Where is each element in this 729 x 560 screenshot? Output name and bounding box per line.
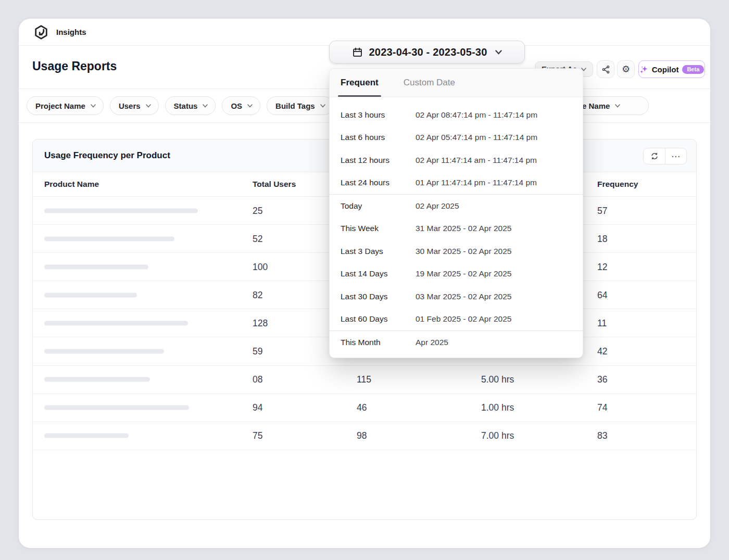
total-users-value: 100 xyxy=(253,261,268,272)
chevron-down-icon xyxy=(203,104,208,108)
total-users-value: 59 xyxy=(253,346,262,357)
frequency-value: 11 xyxy=(597,317,607,328)
filter-chip-os[interactable]: OS xyxy=(222,96,260,115)
product-name-skeleton xyxy=(44,434,129,438)
frequency-value: 83 xyxy=(597,430,607,441)
preset-label: Last 12 hours xyxy=(330,156,416,165)
filter-chip-status[interactable]: Status xyxy=(165,96,216,115)
refresh-button[interactable] xyxy=(644,148,665,164)
tab-custom-date[interactable]: Custom Date xyxy=(404,69,455,97)
column-frequency: Frequency xyxy=(597,180,638,189)
table-row: 08 115 5.00 hrs 36 xyxy=(33,366,696,394)
share-button[interactable] xyxy=(597,60,614,78)
gear-icon: ⚙ xyxy=(622,65,630,74)
preset-this-week[interactable]: This Week 31 Mar 2025 - 02 Apr 2025 xyxy=(330,218,583,240)
card-actions: ⋯ xyxy=(643,148,687,164)
total-users-value: 82 xyxy=(253,289,262,300)
column-product-name: Product Name xyxy=(44,180,99,189)
preset-label: Last 3 hours xyxy=(330,110,416,120)
preset-today[interactable]: Today 02 Apr 2025 xyxy=(330,195,583,218)
refresh-icon xyxy=(650,152,659,160)
filter-chip-label: OS xyxy=(231,101,242,110)
date-range-popover: Frequent Custom Date Last 3 hours 02 Apr… xyxy=(329,68,583,358)
tab-frequent[interactable]: Frequent xyxy=(341,69,379,97)
product-name-skeleton xyxy=(44,321,188,325)
table-row: 94 46 1.00 hrs 74 xyxy=(33,394,696,422)
preset-label: This Week xyxy=(330,224,416,233)
filter-chip-build-tags[interactable]: Build Tags xyxy=(267,96,333,115)
total-users-value: 128 xyxy=(253,317,268,328)
col3-value: 115 xyxy=(357,374,371,385)
col4-value: 7.00 hrs xyxy=(481,430,514,441)
beta-badge: Beta xyxy=(682,65,704,74)
popover-body: Last 3 hours 02 Apr 08:47:14 pm - 11:47:… xyxy=(330,97,583,354)
app-logo-icon xyxy=(33,24,49,40)
preset-label: Last 6 hours xyxy=(330,133,416,142)
total-users-value: 08 xyxy=(253,374,262,385)
copilot-label: Copilot xyxy=(652,65,679,74)
product-name-skeleton xyxy=(44,405,189,410)
frequency-value: 42 xyxy=(597,346,607,357)
col3-value: 46 xyxy=(357,402,367,413)
product-name-skeleton xyxy=(44,349,164,354)
preset-value: 19 Mar 2025 - 02 Apr 2025 xyxy=(416,269,511,278)
chevron-down-icon xyxy=(615,104,620,108)
filter-chip-label: Project Name xyxy=(35,101,85,110)
preset-value: 02 Apr 08:47:14 pm - 11:47:14 pm xyxy=(416,110,537,120)
column-total-users: Total Users xyxy=(253,180,296,189)
chevron-down-icon xyxy=(91,104,96,108)
preset-value: 02 Apr 11:47:14 am - 11:47:14 pm xyxy=(416,156,537,165)
preset-value: 02 Apr 2025 xyxy=(416,201,459,211)
card-title: Usage Frequency per Product xyxy=(44,150,170,161)
caret-down-icon xyxy=(495,50,502,55)
ellipsis-icon: ⋯ xyxy=(671,151,681,161)
col4-value: 1.00 hrs xyxy=(481,402,514,413)
preset-last-6-hours[interactable]: Last 6 hours 02 Apr 05:47:14 pm - 11:47:… xyxy=(330,126,583,149)
preset-value: Apr 2025 xyxy=(416,338,448,347)
preset-label: Last 24 hours xyxy=(330,178,416,187)
more-options-button[interactable]: ⋯ xyxy=(665,148,686,164)
chevron-down-icon xyxy=(247,104,253,108)
preset-last-14-days[interactable]: Last 14 Days 19 Mar 2025 - 02 Apr 2025 xyxy=(330,263,583,286)
preset-value: 30 Mar 2025 - 02 Apr 2025 xyxy=(416,247,511,256)
date-range-button[interactable]: 2023-04-30 - 2023-05-30 xyxy=(329,41,525,63)
chevron-down-icon xyxy=(320,104,325,108)
preset-last-3-days[interactable]: Last 3 Days 30 Mar 2025 - 02 Apr 2025 xyxy=(330,240,583,263)
app-window: Insights Usage Reports Export As ⚙ xyxy=(19,19,710,548)
page-title: Usage Reports xyxy=(32,59,117,73)
settings-button[interactable]: ⚙ xyxy=(617,60,635,78)
preset-last-12-hours[interactable]: Last 12 hours 02 Apr 11:47:14 am - 11:47… xyxy=(330,149,583,172)
preset-last-30-days[interactable]: Last 30 Days 03 Mar 2025 - 02 Apr 2025 xyxy=(330,285,583,308)
total-users-value: 94 xyxy=(253,402,262,413)
filter-chip-label: e Name xyxy=(582,101,610,110)
preset-last-3-hours[interactable]: Last 3 hours 02 Apr 08:47:14 pm - 11:47:… xyxy=(330,104,583,126)
preset-last-60-days[interactable]: Last 60 Days 01 Feb 2025 - 02 Apr 2025 xyxy=(330,308,583,331)
product-name-skeleton xyxy=(44,208,198,213)
total-users-value: 52 xyxy=(253,233,262,244)
chevron-down-icon xyxy=(146,104,151,108)
preset-last-24-hours[interactable]: Last 24 hours 01 Apr 11:47:14 pm - 11:47… xyxy=(330,172,583,195)
frequency-value: 36 xyxy=(597,374,607,385)
popover-tabs: Frequent Custom Date xyxy=(330,69,583,97)
product-name-skeleton xyxy=(44,264,148,269)
share-icon xyxy=(601,65,610,74)
filter-chip-label: Users xyxy=(119,101,141,110)
filter-chip-project-name[interactable]: Project Name xyxy=(27,96,104,115)
col3-value: 98 xyxy=(357,430,367,441)
copilot-button[interactable]: Copilot Beta xyxy=(638,60,705,78)
filter-chip-label: Status xyxy=(174,101,198,110)
frequency-value: 74 xyxy=(597,402,607,413)
date-range-label: 2023-04-30 - 2023-05-30 xyxy=(369,46,487,58)
preset-label: Last 30 Days xyxy=(330,292,416,301)
calendar-icon xyxy=(352,47,363,58)
filter-chip-users[interactable]: Users xyxy=(110,96,159,115)
preset-value: 01 Feb 2025 - 02 Apr 2025 xyxy=(416,314,511,324)
frequency-value: 12 xyxy=(597,261,607,272)
frequency-value: 64 xyxy=(597,289,607,300)
preset-label: This Month xyxy=(330,338,416,347)
sparkles-icon xyxy=(639,65,648,74)
preset-label: Last 14 Days xyxy=(330,269,416,278)
product-name-skeleton xyxy=(44,377,150,382)
total-users-value: 75 xyxy=(253,430,262,441)
preset-this-month[interactable]: This Month Apr 2025 xyxy=(330,331,583,354)
